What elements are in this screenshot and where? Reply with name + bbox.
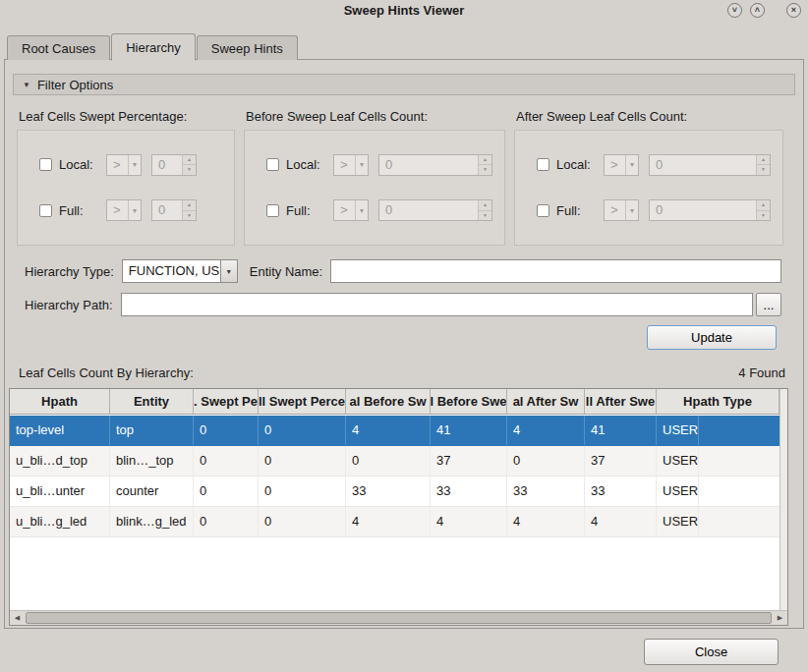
hierarchy-tab-panel: ▼ Filter Options Leaf Cells Swept Percen…	[4, 59, 804, 629]
column-header-full-after-sweep[interactable]: ll After Swe	[585, 389, 657, 414]
entity-name-label: Entity Name:	[250, 264, 322, 279]
dropdown-arrow-icon: ▾	[625, 155, 638, 175]
local-checkbox[interactable]	[39, 158, 52, 171]
filter-group-swept-percentage: Leaf Cells Swept Percentage: Local: > ▾ …	[17, 109, 235, 246]
scroll-left-icon[interactable]: ◀	[10, 611, 25, 625]
expander-arrow-icon: ▼	[23, 81, 30, 89]
table-row[interactable]: u_bli…unter counter 0 0 33 33 33 33 USER	[10, 476, 779, 507]
local-label: Local:	[286, 157, 333, 172]
tab-sweep-hints[interactable]: Sweep Hints	[197, 35, 298, 60]
window-maximize-button[interactable]: ˄	[750, 3, 765, 18]
close-button[interactable]: Close	[644, 639, 779, 665]
column-header-local-after-sweep[interactable]: al After Sw	[507, 389, 585, 414]
full-filter-row: Full: > ▾ 0 ▲ ▼	[537, 198, 771, 222]
horizontal-scrollbar-track[interactable]	[25, 611, 773, 625]
hierarchy-path-label: Hierarchy Path:	[25, 298, 113, 312]
local-label: Local:	[59, 157, 106, 172]
local-value-spinbox[interactable]: 0 ▲ ▼	[649, 154, 771, 176]
dropdown-arrow-icon[interactable]: ▾	[220, 260, 237, 282]
full-value-spinbox[interactable]: 0 ▲ ▼	[151, 199, 197, 221]
dropdown-arrow-icon: ▾	[355, 155, 368, 175]
update-button[interactable]: Update	[647, 325, 777, 350]
hierarchy-type-label: Hierarchy Type:	[25, 264, 114, 279]
local-value-spinbox[interactable]: 0 ▲ ▼	[378, 154, 492, 176]
spin-down-icon[interactable]: ▼	[757, 165, 770, 175]
table-row[interactable]: u_bli…g_led blink…g_led 0 0 4 4 4 4 USER	[10, 507, 779, 537]
title-bar: Sweep Hints Viewer ˅ ˄ ×	[0, 0, 808, 22]
local-operator-combobox[interactable]: > ▾	[333, 154, 369, 176]
table-row[interactable]: u_bli…d_top blin…_top 0 0 0 37 0 37 USER	[10, 446, 779, 476]
spinner-buttons: ▲ ▼	[478, 155, 491, 175]
tab-root-causes[interactable]: Root Causes	[7, 35, 110, 60]
hierarchy-type-value: FUNCTION, USER	[123, 260, 220, 282]
browse-button[interactable]: ...	[756, 293, 781, 316]
spin-up-icon[interactable]: ▲	[757, 155, 770, 166]
local-operator-combobox[interactable]: > ▾	[604, 154, 639, 176]
column-header-local-before-sweep[interactable]: al Before Sw	[346, 389, 431, 414]
dropdown-arrow-icon: ▾	[128, 200, 141, 220]
local-checkbox[interactable]	[266, 158, 279, 171]
spin-up-icon[interactable]: ▲	[183, 200, 196, 211]
table-row[interactable]: top-level top 0 0 4 41 4 41 USER	[10, 416, 779, 446]
spinner-buttons: ▲ ▼	[182, 155, 196, 175]
spin-down-icon[interactable]: ▼	[479, 165, 491, 175]
filter-groups: Leaf Cells Swept Percentage: Local: > ▾ …	[17, 109, 783, 246]
spin-down-icon[interactable]: ▼	[479, 211, 491, 221]
hierarchy-type-combobox[interactable]: FUNCTION, USER ▾	[122, 259, 238, 283]
scroll-right-icon[interactable]: ▶	[773, 611, 787, 625]
hierarchy-type-row: Hierarchy Type: FUNCTION, USER ▾ Entity …	[25, 259, 781, 283]
dropdown-arrow-icon: ▾	[355, 200, 368, 220]
window-close-button[interactable]: ×	[786, 3, 801, 18]
spin-down-icon[interactable]: ▼	[757, 211, 770, 221]
window-minimize-button[interactable]: ˅	[727, 3, 742, 18]
full-label: Full:	[286, 203, 333, 218]
column-header-hpath[interactable]: Hpath	[10, 389, 110, 414]
table-body: top-level top 0 0 4 41 4 41 USER u_bli…d…	[10, 416, 779, 610]
full-value-spinbox[interactable]: 0 ▲ ▼	[649, 199, 771, 221]
column-header-local-swept-percentage[interactable]: . Swept Pe	[194, 389, 259, 414]
horizontal-scrollbar[interactable]: ◀ ▶	[10, 610, 787, 625]
horizontal-scrollbar-thumb[interactable]	[26, 612, 772, 624]
full-value-spinbox[interactable]: 0 ▲ ▼	[378, 199, 492, 221]
spinner-buttons: ▲ ▼	[478, 200, 491, 220]
tab-hierarchy[interactable]: Hierarchy	[111, 33, 196, 61]
full-operator-combobox[interactable]: > ▾	[106, 199, 142, 221]
local-value-spinbox[interactable]: 0 ▲ ▼	[151, 154, 197, 176]
local-checkbox[interactable]	[537, 158, 549, 171]
spinner-buttons: ▲ ▼	[182, 200, 196, 220]
filter-options-expander[interactable]: ▼ Filter Options	[13, 74, 795, 95]
local-operator-combobox[interactable]: > ▾	[106, 154, 142, 176]
local-filter-row: Local: > ▾ 0 ▲ ▼	[39, 153, 222, 177]
column-header-full-swept-percentage[interactable]: ll Swept Perce	[259, 389, 346, 414]
column-header-full-before-sweep[interactable]: l Before Swe	[431, 389, 507, 414]
vertical-scrollbar[interactable]	[779, 389, 787, 610]
group-box: Local: > ▾ 0 ▲ ▼ Full:	[17, 130, 235, 246]
full-label: Full:	[59, 203, 106, 218]
entity-name-input[interactable]	[330, 259, 781, 283]
full-operator-combobox[interactable]: > ▾	[604, 199, 639, 221]
window-controls: ˅ ˄ ×	[720, 3, 801, 18]
hierarchy-path-row: Hierarchy Path: ...	[25, 293, 781, 316]
column-header-entity[interactable]: Entity	[110, 389, 194, 414]
local-filter-row: Local: > ▾ 0 ▲ ▼	[266, 153, 492, 177]
spinner-buttons: ▲ ▼	[756, 200, 770, 220]
full-checkbox[interactable]	[39, 204, 52, 217]
window-title: Sweep Hints Viewer	[344, 3, 465, 18]
spin-down-icon[interactable]: ▼	[183, 165, 196, 175]
hierarchy-path-input[interactable]	[121, 293, 753, 316]
full-checkbox[interactable]	[266, 204, 279, 217]
spin-down-icon[interactable]: ▼	[183, 211, 196, 221]
dropdown-arrow-icon: ▾	[625, 200, 638, 220]
column-header-hpath-type[interactable]: Hpath Type	[657, 389, 779, 414]
group-box: Local: > ▾ 0 ▲ ▼ Full:	[244, 130, 505, 246]
full-operator-combobox[interactable]: > ▾	[333, 199, 369, 221]
spin-up-icon[interactable]: ▲	[183, 155, 196, 166]
tab-bar: Root Causes Hierarchy Sweep Hints	[4, 32, 298, 60]
full-filter-row: Full: > ▾ 0 ▲ ▼	[39, 198, 222, 222]
spin-up-icon[interactable]: ▲	[757, 200, 770, 211]
spin-up-icon[interactable]: ▲	[479, 155, 491, 166]
spin-up-icon[interactable]: ▲	[479, 200, 491, 211]
filter-group-after-sweep: After Sweep Leaf Cells Count: Local: > ▾…	[514, 109, 783, 246]
table-header-row: Hpath Entity . Swept Pe ll Swept Perce a…	[10, 389, 779, 415]
full-checkbox[interactable]	[537, 204, 549, 217]
